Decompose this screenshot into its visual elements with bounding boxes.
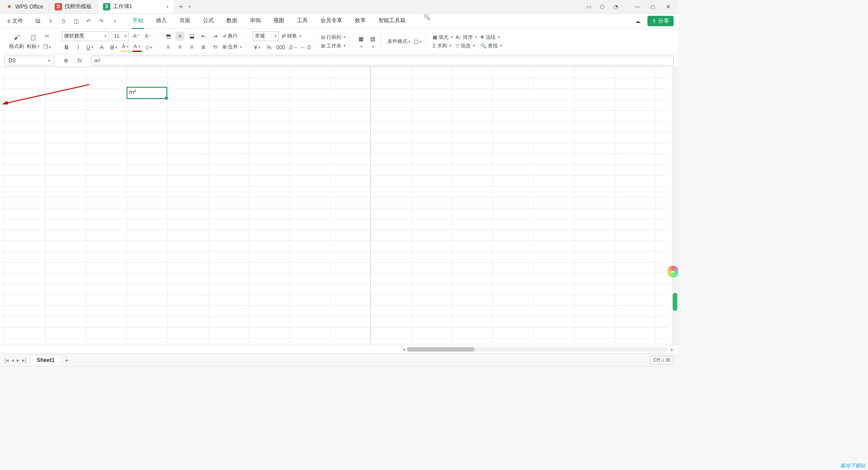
table-format-button[interactable]: ▤ ▾	[368, 34, 377, 49]
align-right-icon[interactable]: ≡	[187, 42, 196, 52]
tab-tools[interactable]: 工具	[296, 13, 309, 29]
sum-button[interactable]: Σ求和▾	[433, 42, 453, 49]
vertical-scrollbar[interactable]	[672, 67, 678, 345]
formula-input[interactable]: m²	[91, 56, 674, 66]
close-button[interactable]: ✕	[665, 3, 672, 10]
share-button[interactable]: ⇪ 分享	[647, 16, 674, 26]
convert-button[interactable]: ⇄转换▾	[282, 33, 302, 39]
freeze-button[interactable]: ❄冻结▾	[480, 34, 502, 41]
border-icon[interactable]: ⊞▾	[109, 43, 118, 52]
ime-indicator[interactable]: CH ♫ 简	[651, 356, 674, 365]
spreadsheet-grid[interactable]: m² ✦	[0, 67, 678, 345]
first-sheet-icon[interactable]: |◂	[5, 357, 9, 363]
decrease-indent-icon[interactable]: ⇤	[199, 32, 208, 41]
align-top-icon[interactable]: ⬒	[164, 32, 173, 41]
namebox-dropdown-icon[interactable]: ▾	[48, 58, 50, 63]
qat-overflow-icon[interactable]: ▾	[111, 17, 119, 25]
minimize-button[interactable]: —	[634, 3, 641, 10]
fill-handle[interactable]	[165, 97, 168, 99]
redo-icon[interactable]: ↷	[97, 17, 105, 25]
find-button[interactable]: 🔍查找▾	[480, 42, 502, 49]
vscroll-thumb[interactable]	[673, 293, 677, 311]
increase-decimal-icon[interactable]: .0→	[288, 43, 298, 52]
tab-member[interactable]: 会员专享	[320, 13, 343, 29]
fill-button[interactable]: ▦填充▾	[433, 34, 453, 41]
align-left-icon[interactable]: ≡	[164, 42, 173, 52]
panel-icon[interactable]: ▭	[585, 3, 592, 10]
align-middle-icon[interactable]: ≡	[175, 32, 184, 41]
tab-home[interactable]: 开始	[132, 13, 144, 29]
cut-icon[interactable]: ✂	[42, 32, 52, 41]
undo-icon[interactable]: ↶	[85, 17, 93, 25]
bold-icon[interactable]: B	[62, 43, 71, 52]
worksheet-button[interactable]: ⊞工作表▾	[321, 42, 346, 49]
horizontal-scrollbar[interactable]	[407, 347, 668, 352]
tab-workbook1[interactable]: S 工作簿1 •	[98, 0, 175, 13]
table-icon[interactable]: ▢▾	[413, 37, 422, 46]
sort-button[interactable]: A↓排序▾	[456, 34, 477, 41]
user-avatar-icon[interactable]: ◔	[612, 3, 619, 10]
tab-smart-toolbox[interactable]: 智能工具箱	[377, 13, 406, 29]
underline-icon[interactable]: U▾	[85, 43, 94, 52]
font-family-select[interactable]: 微软雅黑▾	[62, 31, 109, 41]
tab-wps-office[interactable]: ❖ WPS Office	[0, 0, 49, 13]
italic-icon[interactable]: I	[74, 43, 83, 52]
cloud-icon[interactable]: ☁	[634, 17, 642, 25]
currency-icon[interactable]: ¥▾	[253, 43, 262, 52]
merge-button[interactable]: ⊞合并▾	[222, 43, 242, 50]
rows-cols-button[interactable]: ⊟行和列▾	[321, 34, 346, 41]
search-icon[interactable]: 🔍	[423, 13, 431, 21]
save-icon[interactable]: 🖫	[34, 17, 42, 25]
add-sheet-button[interactable]: +	[65, 357, 69, 364]
sheet-tab-sheet1[interactable]: Sheet1	[30, 355, 61, 365]
increase-indent-icon[interactable]: ⇥	[211, 32, 220, 41]
tab-view[interactable]: 视图	[273, 13, 285, 29]
clear-format-icon[interactable]: ◇▾	[144, 43, 153, 52]
ai-assistant-button[interactable]: ✦	[667, 266, 678, 277]
copy-icon[interactable]: ❐▾	[42, 42, 52, 52]
cell-styles-button[interactable]: ▦ ▾	[356, 34, 365, 49]
export-icon[interactable]: ⇪	[47, 17, 55, 25]
tab-data[interactable]: 数据	[226, 13, 238, 29]
decrease-decimal-icon[interactable]: ←.0	[301, 43, 311, 52]
filter-button[interactable]: ▽筛选▾	[456, 42, 477, 49]
hscroll-thumb[interactable]	[407, 347, 475, 352]
font-size-select[interactable]: 11▾	[112, 31, 129, 41]
comma-icon[interactable]: 000	[276, 43, 285, 52]
align-center-icon[interactable]: ≡	[175, 42, 184, 52]
tab-formula[interactable]: 公式	[202, 13, 215, 29]
tab-page[interactable]: 页面	[179, 13, 191, 29]
fill-color-icon[interactable]: A▾	[121, 43, 130, 52]
last-sheet-icon[interactable]: ▸|	[22, 357, 26, 363]
prev-sheet-icon[interactable]: ◂	[11, 357, 14, 363]
tab-daoqiao-templates[interactable]: D 找稻壳模板	[49, 0, 98, 13]
active-cell[interactable]: m²	[127, 87, 167, 99]
tab-efficiency[interactable]: 效率	[354, 13, 367, 29]
percent-icon[interactable]: %	[264, 43, 274, 52]
next-sheet-icon[interactable]: ▸	[17, 357, 19, 363]
tab-overflow-icon[interactable]: ▾	[189, 5, 191, 9]
align-bottom-icon[interactable]: ⬓	[187, 32, 196, 41]
wrap-text-button[interactable]: ↲换行	[222, 33, 238, 39]
expand-fx-icon[interactable]: ⊕	[61, 56, 71, 65]
increase-font-icon[interactable]: A⁺	[132, 32, 141, 41]
strikethrough-icon[interactable]: A	[97, 43, 106, 52]
hscroll-right-icon[interactable]: ▸	[671, 346, 674, 352]
orientation-icon[interactable]: ⟲	[211, 42, 220, 52]
align-justify-icon[interactable]: ≣	[199, 42, 208, 52]
cube-icon[interactable]: ⬡	[599, 3, 606, 10]
conditional-format-button[interactable]: 条件格式▾	[387, 38, 410, 45]
file-menu[interactable]: ≡ 文件	[5, 15, 26, 27]
maximize-button[interactable]: ◻	[649, 3, 656, 10]
print-icon[interactable]: ⎙	[59, 17, 67, 25]
paste-button[interactable]: 📋 粘贴▾	[27, 33, 40, 50]
tab-insert[interactable]: 插入	[155, 13, 168, 29]
fx-icon[interactable]: fx	[75, 56, 84, 65]
number-format-select[interactable]: 常规▾	[253, 31, 279, 41]
hscroll-left-icon[interactable]: ◂	[402, 346, 405, 352]
tab-review[interactable]: 审阅	[249, 13, 262, 29]
decrease-font-icon[interactable]: A⁻	[143, 32, 152, 41]
format-painter-button[interactable]: 🖌 格式刷	[9, 33, 24, 50]
name-box[interactable]: D3 ▾	[5, 56, 54, 66]
new-tab-button[interactable]: +	[175, 3, 188, 11]
